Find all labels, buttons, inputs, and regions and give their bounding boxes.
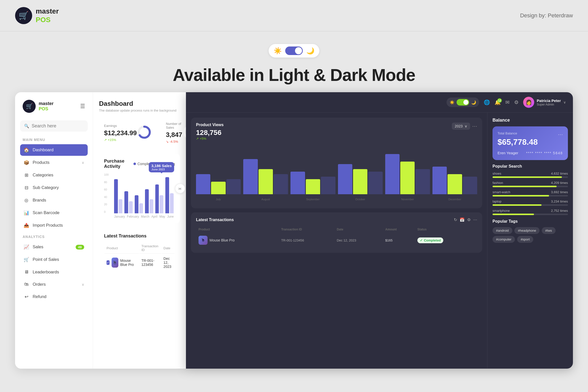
user-info: Patricia Peter Super Admin — [537, 99, 561, 106]
sidebar-item-sales[interactable]: 📈 Sales 49 — [20, 241, 88, 253]
design-credit: Design by: Peterdraw — [520, 12, 573, 19]
sidebar-item-import-products[interactable]: 📤 Import Products — [20, 220, 88, 231]
dark-bar-aug-green — [259, 169, 273, 194]
dark-theme-toggle[interactable]: ☀️ 🌙 — [447, 97, 479, 107]
filter-trans-icon[interactable]: ⚙ — [467, 217, 471, 222]
dark-bar-sep — [290, 172, 335, 194]
sales-badge: 49 — [76, 245, 84, 250]
bar-apr-pending — [150, 199, 153, 213]
barcode-icon: 📊 — [24, 210, 29, 216]
label-feb: February — [127, 215, 139, 218]
theme-toggle[interactable]: ☀️ 🌙 — [269, 44, 319, 58]
col-date: Date — [162, 243, 174, 254]
product-image: 🖱 — [112, 258, 118, 268]
search-term-fashion: fashion — [493, 181, 503, 185]
dark-bar-aug-light — [274, 174, 288, 194]
year-selector[interactable]: 2023 ∨ — [452, 123, 470, 130]
sidebar-item-refund[interactable]: ↩ Refund — [20, 291, 88, 303]
transactions-tbody: ✓ 🖱 Mouse Blue Pro TR-001-123456 Dec 12,… — [105, 254, 174, 271]
chart-next-button[interactable]: ›‹ — [175, 183, 185, 193]
dark-toggle-track[interactable] — [457, 99, 469, 106]
nav-label-dashboard: Dashboard — [33, 148, 54, 153]
dark-bar-nov — [385, 154, 430, 194]
dark-bar-sep-light — [321, 177, 335, 194]
status-badge-completed: ✓ Completed — [417, 237, 443, 243]
logo-text: master POS — [36, 7, 59, 24]
dark-label-aug: August — [243, 198, 288, 201]
popular-tags-title: Popular Tags — [493, 219, 568, 224]
filter-icon[interactable]: ⚙ — [514, 99, 519, 105]
search-item-smartphone-header: smartphone 2,752 times — [493, 209, 568, 213]
hamburger-button[interactable]: ☰ — [80, 103, 85, 110]
sidebar-item-dashboard[interactable]: 🏠 Dashboard — [20, 144, 88, 156]
user-area[interactable]: 👩 Patricia Peter Super Admin ∨ — [523, 97, 566, 108]
analytics-section: ANALYTICS 📈 Sales 49 🛒 Point of Sales 🖥 … — [20, 235, 88, 303]
row-checkbox[interactable]: ✓ — [107, 260, 110, 265]
balance-menu-icon[interactable]: ⋯ — [558, 131, 563, 137]
bar-group-feb — [124, 191, 133, 213]
brand-pos: POS — [36, 16, 51, 24]
notification-button[interactable]: 🔔 12 — [495, 99, 501, 105]
tag-computer[interactable]: #computer — [493, 236, 515, 243]
dark-label-jul: July — [196, 198, 241, 201]
globe-icon[interactable]: 🌐 — [484, 99, 490, 105]
status-text: Completed — [424, 238, 441, 242]
dark-toggle-thumb — [463, 100, 468, 105]
label-apr: April — [151, 215, 157, 218]
year-label: 2023 — [455, 124, 463, 128]
user-role: Super Admin — [537, 103, 561, 106]
sidebar-item-orders[interactable]: 🛍 Orders ∨ — [20, 279, 88, 290]
search-count-laptop: 3,234 times — [551, 200, 568, 203]
dark-trans-header: Latest Transactions ↻ 📅 ⚙ ⋯ — [196, 217, 477, 222]
more-trans-icon[interactable]: ⋯ — [473, 217, 477, 222]
search-input[interactable] — [32, 123, 84, 129]
search-term-laptop: laptop — [493, 200, 501, 203]
top-bar: master POS Design by: Peterdraw — [0, 0, 588, 31]
tag-android[interactable]: #android — [493, 227, 512, 234]
dark-bar-dec-blue — [432, 167, 447, 194]
transactions-header: Latest Transactions — [104, 233, 175, 239]
dark-cell-status: ✓ Completed — [415, 233, 477, 247]
dashboard-subtitle: The database update process runs in the … — [99, 109, 180, 112]
label-mar: March — [141, 215, 149, 218]
sidebar-item-categories[interactable]: ⊞ Categories — [20, 169, 88, 181]
balance-card-footer: Eren Yeager **** **** **** 5648 — [498, 151, 563, 155]
sidebar-brand-master: master — [39, 101, 54, 106]
sidebar-item-pos[interactable]: 🛒 Point of Sales — [20, 254, 88, 265]
search-item-smartphone: smartphone 2,752 times — [493, 209, 568, 215]
sidebar-logo-text: master POS — [39, 101, 54, 112]
tag-tws[interactable]: #tws — [542, 227, 556, 234]
notification-count: 12 — [497, 98, 502, 103]
dark-bar-sep-blue — [290, 172, 305, 194]
sidebar-item-scan-barcode[interactable]: 📊 Scan Barcode — [20, 207, 88, 219]
calendar-icon[interactable]: 📅 — [460, 217, 465, 222]
svg-point-2 — [184, 127, 186, 138]
mail-icon[interactable]: ✉ — [505, 99, 510, 105]
tag-headphone[interactable]: #headphone — [514, 227, 540, 234]
bar-group-mar — [135, 195, 143, 213]
import-icon: 📤 — [24, 223, 29, 228]
sidebar-item-products[interactable]: 📦 Products ∨ — [20, 157, 88, 168]
search-bar-smartwatch-fill — [493, 195, 549, 197]
refund-icon: ↩ — [24, 294, 29, 300]
dark-bar-oct — [338, 164, 383, 194]
more-icon[interactable]: ⋯ — [472, 123, 477, 129]
dark-bar-nov-light — [415, 169, 430, 194]
bar-june-pending — [170, 193, 174, 213]
dark-sun-icon: ☀️ — [450, 100, 455, 105]
dark-trans-actions: ↻ 📅 ⚙ ⋯ — [454, 217, 477, 222]
refresh-icon[interactable]: ↻ — [454, 217, 457, 222]
sidebar-item-leaderboards[interactable]: 🖥 Leaderboards — [20, 266, 88, 278]
dark-col-tid: Transaction ID — [279, 226, 334, 233]
earnings-change: ↗ +15% — [104, 138, 137, 142]
tag-sport[interactable]: #sport — [517, 236, 533, 243]
bar-mar-completed — [135, 195, 138, 213]
sidebar-item-brands[interactable]: ◎ Brands — [20, 194, 88, 206]
sidebar-item-subcategory[interactable]: ⊟ Sub Category — [20, 182, 88, 193]
transactions-table: Product Transaction ID Date ✓ 🖱 Mouse — [104, 242, 175, 272]
brand-master: master — [36, 7, 59, 15]
bar-apr-completed — [145, 189, 149, 213]
toggle-track[interactable] — [285, 46, 303, 55]
bar-group-may — [155, 184, 164, 213]
earnings-value: $12,234.99 — [104, 129, 137, 137]
